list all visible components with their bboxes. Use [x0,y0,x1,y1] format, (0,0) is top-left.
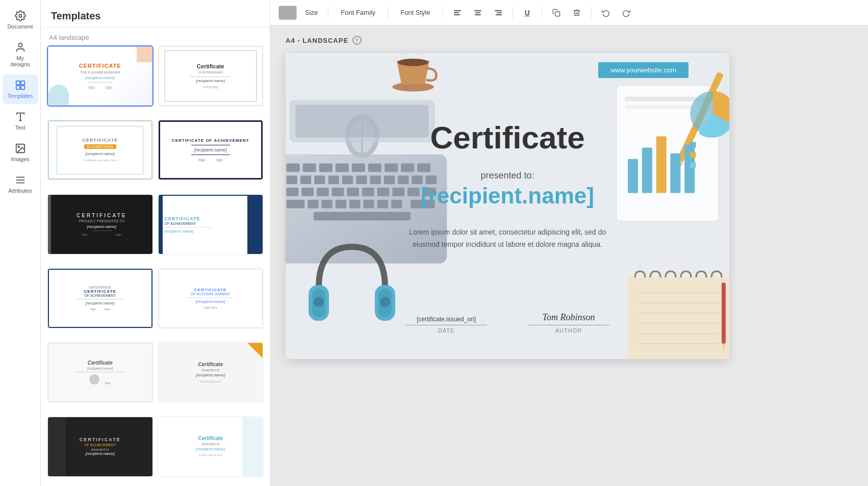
svg-rect-47 [317,188,329,196]
cert-headphones-decoration [306,237,398,339]
svg-rect-21 [496,14,502,15]
toolbar-sep-2 [388,7,388,19]
text-icon [15,111,26,122]
templates-panel-title: Templates [41,0,270,28]
cert-recipient: [recipient.name] [421,183,594,209]
sidebar-item-my-designs[interactable]: My designs [3,37,38,72]
toolbar: Size Font Family Font Style [270,0,868,25]
svg-rect-3 [20,81,24,85]
redo-button[interactable] [618,5,634,21]
svg-rect-19 [495,10,502,11]
svg-rect-52 [392,188,404,196]
undo-icon [602,9,610,17]
info-icon-text: ? [355,37,359,43]
cert-body: Lorem ipsum dolor sit amet, consectetur … [400,226,615,251]
svg-rect-16 [474,10,481,11]
template-thumb-6[interactable]: CERTIFICATE OF ACHIEVEMENT [recipient.na… [158,194,264,255]
svg-rect-38 [342,175,353,184]
sidebar-item-my-designs-label: My designs [7,55,34,67]
cert-date-item: [certificate.issued_on] DATE [405,316,487,334]
align-center-button[interactable] [470,5,486,21]
copy-button[interactable] [548,5,565,21]
svg-rect-18 [475,14,481,15]
svg-rect-46 [301,188,314,196]
template-thumb-3[interactable]: CERTIFICATE IN SOMETHING [recipient.name… [47,119,154,181]
svg-rect-61 [377,200,388,209]
svg-rect-75 [628,159,638,193]
template-thumb-10[interactable]: Certificate Awarded to [recipient.name] … [158,342,264,403]
svg-point-9 [18,146,19,147]
svg-rect-58 [336,200,346,209]
sidebar-item-text-label: Text [15,124,25,131]
size-label[interactable]: Size [301,9,322,16]
svg-rect-31 [385,164,398,172]
toolbar-sep-5 [542,7,542,19]
toolbar-sep-4 [513,7,513,19]
svg-point-0 [19,14,22,17]
sidebar-item-templates-label: Templates [7,93,33,99]
template-thumb-2[interactable]: Certificate of Achievement [recipient.na… [158,45,264,107]
undo-button[interactable] [598,5,614,21]
sidebar-item-attributes[interactable]: Attributes [3,169,38,199]
svg-rect-100 [722,283,726,344]
font-style-label[interactable]: Font Style [394,9,437,16]
svg-rect-53 [407,188,420,196]
sidebar-item-document[interactable]: Document [3,5,38,35]
template-thumb-12[interactable]: Certificate Awarded to [recipient.name] … [158,416,264,477]
sidebar-item-images-label: Images [11,156,29,162]
align-left-button[interactable] [449,5,466,21]
align-right-button[interactable] [490,5,506,21]
templates-section-label: A4 landscape [41,28,270,45]
svg-rect-49 [347,188,359,196]
template-thumb-5[interactable]: CERTIFICATE PROUDLY PRESENTED TO [recipi… [47,194,154,255]
certificate-canvas[interactable]: www.yourwebsite.com [286,53,729,359]
format-label: A4 - LANDSCAPE [286,37,348,44]
svg-point-90 [314,297,324,307]
font-family-label[interactable]: Font Family [335,9,381,16]
cert-author-line [528,325,609,325]
svg-rect-42 [398,175,409,184]
svg-rect-50 [362,188,374,196]
align-left-icon [453,9,462,17]
svg-rect-13 [454,10,461,11]
svg-point-85 [398,59,428,66]
svg-rect-37 [328,175,339,184]
info-icon[interactable]: ? [352,36,362,45]
svg-point-91 [380,297,390,307]
sidebar-item-templates[interactable]: Templates [3,74,38,104]
template-thumb-8[interactable]: CERTIFICATE OF ACCOMPLISHMENT [recipient… [158,268,264,329]
delete-button[interactable] [569,5,585,21]
template-thumb-9[interactable]: Certificate (recipient.name) Sign [47,342,154,403]
color-swatch[interactable] [278,6,297,20]
sidebar-item-images[interactable]: Images [3,138,38,167]
svg-rect-14 [454,12,459,13]
template-thumb-11[interactable]: CERTIFICATE OF ACHIEVEMENT Awarded to [r… [47,416,154,477]
trash-icon [573,9,581,17]
svg-rect-22 [555,12,560,16]
svg-rect-41 [384,175,395,184]
svg-rect-35 [300,175,311,184]
cert-date-label: DATE [438,327,455,334]
underline-button[interactable]: U [519,5,535,21]
svg-rect-48 [332,188,344,196]
align-right-icon [494,9,502,17]
template-thumb-7[interactable]: NATIONWIDE CERTIFICATE OF ACHIEVEMENT [r… [47,268,154,329]
sidebar-item-text[interactable]: Text [3,106,38,136]
cert-author-sig: Tom Robinson [543,312,595,323]
align-center-icon [474,9,482,17]
attributes-icon [15,174,26,186]
svg-rect-64 [314,212,411,221]
svg-rect-25 [287,164,300,172]
svg-rect-45 [287,188,299,196]
svg-rect-82 [690,152,696,158]
svg-rect-28 [336,164,349,172]
svg-rect-33 [417,164,430,172]
svg-rect-40 [370,175,380,184]
svg-rect-72 [625,105,693,109]
svg-rect-83 [690,162,696,168]
template-thumb-4[interactable]: CERTIFICATE OF ACHIEVEMENT [recipient.na… [158,119,264,181]
svg-rect-32 [401,164,414,172]
templates-grid: CERTIFICATE This is proudly presented [r… [41,45,270,486]
template-thumb-1[interactable]: CERTIFICATE This is proudly presented [r… [47,45,154,107]
svg-rect-79 [684,145,695,193]
